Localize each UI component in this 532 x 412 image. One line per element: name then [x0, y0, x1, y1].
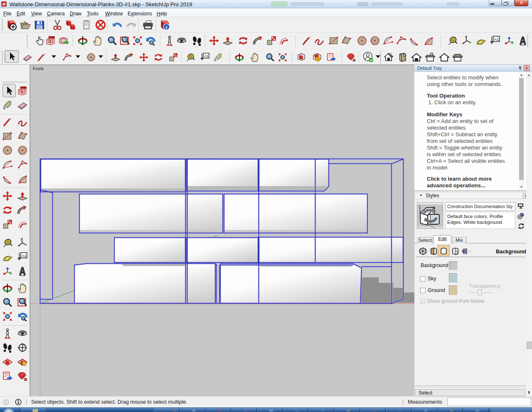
svg-text:Front: Front	[33, 66, 44, 71]
